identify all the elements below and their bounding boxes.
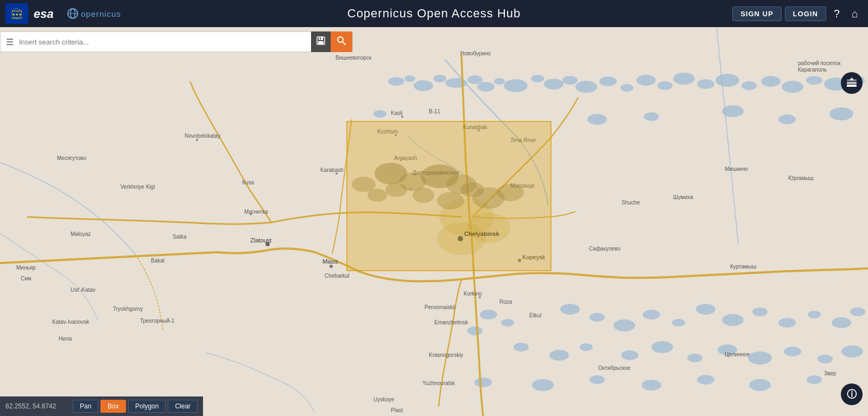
header: ★★★ ★★★★★ ★★★★★ esa opernicus Copernicus… (0, 0, 868, 27)
svg-point-72 (841, 345, 863, 357)
svg-point-36 (761, 76, 781, 87)
svg-point-31 (657, 81, 673, 90)
svg-text:Новобурино: Новобурино (460, 50, 491, 56)
svg-text:Chebarkul: Chebarkul (325, 273, 350, 279)
layer-toggle-button[interactable] (841, 72, 863, 94)
svg-text:Roza: Roza (499, 299, 512, 305)
svg-line-13 (343, 42, 345, 44)
help-button[interactable]: ? (829, 5, 844, 22)
map[interactable]: Chelyabinsk Kopeysk Miass Zlatoust Магни… (0, 27, 868, 416)
svg-point-28 (599, 76, 617, 86)
svg-point-46 (829, 107, 853, 120)
svg-text:Миньяр: Миньяр (16, 265, 36, 271)
box-tool-button[interactable]: Box (100, 400, 126, 413)
svg-point-50 (560, 304, 580, 315)
svg-marker-163 (850, 78, 854, 80)
svg-point-88 (437, 192, 464, 209)
svg-point-77 (697, 375, 714, 385)
svg-text:Emanzhelinsk: Emanzhelinsk (434, 319, 468, 325)
search-input[interactable] (19, 38, 311, 46)
svg-point-71 (818, 355, 833, 363)
svg-point-97 (330, 265, 333, 268)
svg-point-54 (672, 319, 685, 327)
svg-text:Целинное: Целинное (725, 351, 750, 357)
svg-point-37 (782, 81, 803, 93)
svg-text:★★★★★: ★★★★★ (11, 9, 23, 12)
svg-point-70 (784, 347, 801, 356)
svg-point-32 (673, 73, 695, 85)
svg-point-104 (409, 188, 411, 190)
svg-text:Сафакулево: Сафакулево (589, 246, 621, 252)
polygon-tool-button[interactable]: Polygon (128, 400, 166, 413)
svg-text:Zlatoust: Zlatoust (250, 237, 271, 244)
svg-point-17 (414, 80, 433, 91)
svg-text:esa: esa (34, 7, 54, 21)
svg-point-75 (590, 375, 605, 384)
copernicus-text: opernicus (81, 9, 121, 18)
svg-point-62 (514, 343, 529, 351)
clear-button[interactable]: Clear (168, 400, 198, 413)
svg-point-58 (778, 318, 796, 328)
svg-rect-161 (847, 82, 857, 84)
svg-text:Магнитка: Магнитка (244, 209, 268, 215)
svg-text:Katav-Ivanovsk: Katav-Ivanovsk (52, 319, 90, 325)
svg-text:Uyskoye: Uyskoye (373, 396, 395, 402)
svg-text:Звер: Звер (824, 370, 837, 376)
svg-point-48 (501, 319, 514, 327)
svg-text:Krasnogorskiy: Krasnogorskiy (429, 352, 463, 358)
svg-text:Verkhniye Kigi: Verkhniye Kigi (121, 184, 155, 190)
svg-text:Shuche: Shuche (622, 200, 640, 206)
svg-point-16 (404, 75, 415, 82)
svg-point-60 (832, 317, 851, 328)
svg-point-64 (580, 343, 593, 351)
pan-tool-button[interactable]: Pan (73, 400, 98, 413)
svg-point-63 (549, 350, 569, 361)
svg-text:Месягутово: Месягутово (57, 155, 86, 161)
svg-text:Вишневогорск: Вишневогорск (335, 55, 372, 61)
svg-text:Шумиха: Шумиха (673, 194, 693, 200)
svg-point-73 (474, 377, 492, 387)
svg-point-76 (642, 380, 661, 391)
svg-point-69 (748, 351, 772, 364)
svg-text:Kasli: Kasli (391, 110, 403, 116)
svg-text:★★★: ★★★ (12, 12, 22, 16)
home-button[interactable]: ⌂ (847, 5, 863, 22)
info-button[interactable]: ⓘ (841, 383, 863, 405)
svg-point-45 (778, 114, 796, 124)
svg-rect-160 (847, 85, 857, 87)
header-actions: SIGN UP LOGIN ? ⌂ (732, 5, 863, 22)
svg-text:Kopeysk: Kopeysk (522, 254, 546, 260)
menu-icon[interactable]: ☰ (1, 37, 19, 47)
svg-text:Kunashak: Kunashak (463, 124, 487, 130)
svg-point-66 (651, 341, 673, 353)
svg-text:Korkino: Korkino (464, 291, 482, 297)
svg-text:Etkul: Etkul (529, 312, 541, 318)
svg-text:Карагаполь: Карагаполь (798, 67, 827, 73)
search-button[interactable] (331, 31, 352, 52)
svg-text:Мишкино: Мишкино (725, 166, 748, 172)
header-logos: ★★★ ★★★★★ ★★★★★ esa opernicus (5, 3, 121, 24)
svg-point-38 (806, 76, 822, 85)
svg-text:Tryokhgorny: Tryokhgorny (113, 306, 143, 312)
svg-point-74 (532, 379, 554, 391)
svg-point-24 (531, 75, 544, 82)
svg-text:Kyshtym: Kyshtym (377, 129, 398, 135)
svg-text:Plast: Plast (391, 407, 403, 413)
svg-point-59 (808, 311, 821, 318)
svg-point-87 (413, 188, 434, 203)
svg-text:Maloyaz: Maloyaz (71, 231, 91, 237)
svg-rect-11 (320, 37, 321, 40)
svg-point-21 (477, 82, 495, 92)
search-container: ☰ (0, 31, 353, 52)
svg-point-56 (722, 314, 744, 326)
login-button[interactable]: LOGIN (785, 7, 826, 21)
signup-button[interactable]: SIGN UP (732, 7, 781, 21)
svg-point-94 (368, 189, 387, 202)
svg-point-26 (562, 76, 578, 85)
svg-point-57 (752, 308, 768, 316)
svg-point-78 (749, 379, 771, 391)
esa-logo: esa (33, 5, 62, 22)
svg-text:Chelyabinsk: Chelyabinsk (464, 231, 500, 237)
save-button[interactable] (311, 31, 331, 52)
svg-point-47 (480, 310, 497, 319)
